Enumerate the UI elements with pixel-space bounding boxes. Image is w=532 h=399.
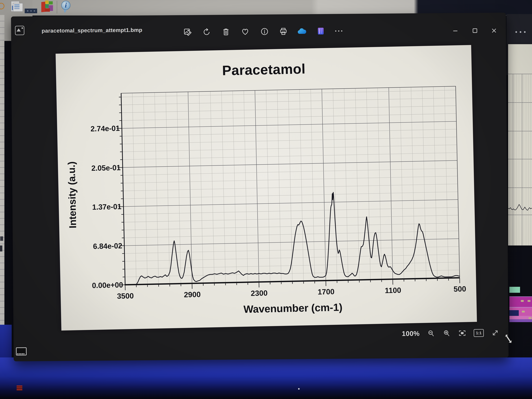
close-button[interactable] [490,27,498,34]
photos-app-icon [15,26,25,35]
screen-photo: i paracetomal_spectrum_attempt1.bmp [0,0,532,399]
delete-button[interactable] [221,27,231,37]
toolbar-divider [57,1,57,13]
dot [34,10,35,12]
dot [27,10,28,12]
rotate-icon [203,28,211,36]
zoom-out-icon [427,330,435,337]
selection-bar-icon[interactable] [25,9,37,13]
favorite-button[interactable] [241,27,250,36]
background-window-edge [0,15,4,329]
info-button[interactable] [260,27,269,36]
teal-block [45,4,49,8]
tan-dot [522,311,525,312]
actual-size-button[interactable]: 1:1 [474,329,484,337]
x-tick-label: 2900 [184,290,201,299]
x-tick-label: 1700 [317,287,335,296]
zoom-in-icon [443,330,450,337]
dot [30,10,32,12]
filmstrip-toggle-button[interactable] [16,347,27,355]
green-block [49,1,53,4]
heart-icon [241,27,249,36]
desktop-red-glyph [17,386,22,391]
photos-app-window: paracetomal_spectrum_attempt1.bmp [11,13,509,361]
spectrum-plot [113,81,468,293]
x-axis-tick-labels: 35002900230017001100500 [56,45,471,54]
mouse-cursor-resize [503,334,515,347]
more-options-button[interactable] [334,26,343,36]
zoom-toolbar: 100% 1:1 [402,327,500,340]
x-axis-title: Wavenumber (cm-1) [126,299,460,318]
info-i: i [62,1,70,9]
fit-icon [458,329,466,337]
background-left-mark [0,246,2,252]
fullscreen-button[interactable] [491,329,500,337]
edit-image-icon [184,28,192,36]
slideshow-icon [317,27,325,35]
minimize-button[interactable] [452,27,459,35]
fullscreen-icon [492,329,499,336]
zoom-out-button[interactable] [427,329,435,338]
yellow-block [45,0,49,4]
background-left-mark [0,236,3,241]
tan-dot [521,300,524,302]
spectrum-image[interactable]: Paracetamol 0.00e+006.84e-021.37e-012.05… [56,45,477,330]
chart-title: Paracetamol [56,57,472,82]
rotate-button[interactable] [202,27,211,37]
background-mini-chart [508,44,532,246]
x-tick-label: 2300 [251,289,267,298]
background-spectrum-window[interactable] [508,44,532,246]
x-tick-label: 1100 [385,286,401,295]
print-button[interactable] [279,27,288,36]
mint-block [509,287,520,293]
y-axis-tick-labels: 0.00e+006.84e-021.37e-012.05e-012.74e-01 [56,45,471,54]
tan-dot [529,317,532,319]
x-tick-label: 3500 [117,291,134,300]
zoom-level: 100% [402,329,420,337]
color-blocks-icon[interactable] [41,0,53,13]
desktop-wallpaper-left [0,325,12,359]
clipboard-lines [14,4,19,6]
clipboard-icon[interactable] [13,3,23,12]
background-more-icon[interactable] [515,31,526,33]
background-colorful-image [509,260,532,322]
magenta-band [509,296,532,307]
image-filename: paracetomal_spectrum_attempt1.bmp [42,27,142,34]
printer-icon [279,27,288,36]
tan-dot [528,300,531,302]
info-icon [260,27,269,36]
zoom-in-button[interactable] [443,329,451,337]
sun-glyph [21,27,23,29]
maximize-icon [472,28,478,34]
bubble-tail [63,10,67,13]
desktop-wallpaper [0,357,532,399]
edit-image-button[interactable] [183,27,192,37]
onedrive-cloud-icon [297,27,306,35]
minimize-icon [452,28,458,34]
close-icon [491,27,497,34]
slideshow-button[interactable] [316,26,325,36]
trash-icon [222,28,230,36]
filmstrip-dots [17,353,18,355]
onedrive-button[interactable] [297,27,306,36]
fit-to-window-button[interactable] [458,329,467,337]
info-bubble-icon[interactable]: i [61,1,70,10]
desktop-white-dot [298,388,300,390]
x-tick-label: 500 [454,285,466,293]
purple-strip [509,319,532,322]
maximize-button[interactable] [471,27,479,34]
red-block2 [45,8,50,12]
mountain-glyph [17,28,21,32]
